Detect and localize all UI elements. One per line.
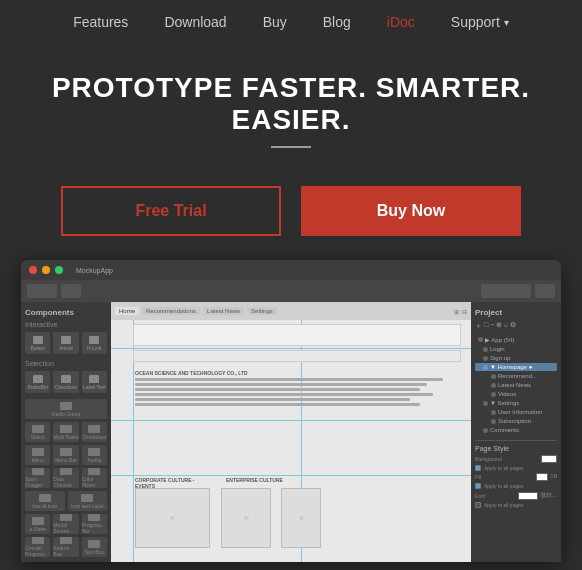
icon-label-icon bbox=[81, 494, 93, 502]
components-panel: Components Interactive Button Article H-… bbox=[21, 302, 111, 562]
nav-features[interactable]: Features bbox=[73, 14, 128, 30]
project-item-comments[interactable]: Comments bbox=[475, 426, 557, 434]
hlink-icon bbox=[89, 336, 99, 344]
project-dot-userinfo bbox=[491, 410, 496, 415]
component-search[interactable]: Search Box bbox=[53, 537, 78, 557]
component-slider[interactable]: a Slider bbox=[25, 514, 50, 534]
project-delete-icon[interactable]: − bbox=[490, 321, 494, 331]
maximize-dot bbox=[55, 266, 63, 274]
bg-apply-checkbox[interactable] bbox=[475, 465, 481, 471]
wf-company-block: OCEAN SCIENCE AND TECHNOLOGY CO., LTD bbox=[135, 370, 459, 408]
data-chooser-icon bbox=[60, 468, 72, 475]
toolbar-actions bbox=[535, 284, 555, 298]
select-icon bbox=[32, 425, 44, 433]
project-item-subscription[interactable]: Subscription bbox=[475, 417, 557, 425]
project-settings-icon[interactable]: ⚙ bbox=[510, 321, 516, 331]
component-hlink[interactable]: H-Link bbox=[82, 332, 107, 354]
project-item-userinfo[interactable]: User Information bbox=[475, 408, 557, 416]
nav-buy[interactable]: Buy bbox=[263, 14, 287, 30]
color-picker-icon bbox=[88, 468, 100, 475]
wf-image-2 bbox=[221, 488, 271, 548]
chevron-down-icon: ▾ bbox=[504, 17, 509, 28]
hero-section: PROTOTYPE FASTER. SMARTER. EASIER. bbox=[0, 44, 582, 186]
project-toolbar: ＋ □ − ⊕ ⌕ ⚙ bbox=[475, 321, 557, 331]
project-copy-icon[interactable]: ⊕ bbox=[496, 321, 502, 331]
canvas-content[interactable]: OCEAN SCIENCE AND TECHNOLOGY CO., LTD CO… bbox=[111, 320, 471, 562]
component-label[interactable]: Label Text bbox=[82, 371, 107, 393]
canvas-tab-news[interactable]: Latest News bbox=[203, 307, 244, 315]
component-menubar[interactable]: Menu Bar bbox=[53, 445, 78, 465]
component-menu[interactable]: Menu bbox=[25, 445, 50, 465]
component-modal[interactable]: Modal Screen bbox=[53, 514, 78, 534]
component-icons[interactable]: Icon & Icon bbox=[25, 491, 65, 511]
project-item-login[interactable]: Login bbox=[475, 345, 557, 353]
component-checkbox[interactable]: Checkbox bbox=[53, 371, 78, 393]
component-progress[interactable]: Progress Bar bbox=[82, 514, 107, 534]
nav-idoc[interactable]: iDoc bbox=[387, 14, 415, 30]
component-icon-label[interactable]: Icon and Label bbox=[68, 491, 108, 511]
bg-swatch[interactable] bbox=[541, 455, 557, 463]
nav-download[interactable]: Download bbox=[164, 14, 226, 30]
menubar-icon bbox=[60, 448, 72, 456]
project-item-signup[interactable]: Sign up bbox=[475, 354, 557, 362]
wf-image-1 bbox=[135, 488, 210, 548]
app-title: MockupApp bbox=[76, 267, 113, 274]
style-row-fill-apply: Apply to all pages bbox=[475, 483, 557, 489]
page-style-title: Page Style bbox=[475, 445, 557, 452]
project-item-videos[interactable]: Videos bbox=[475, 390, 557, 398]
component-color-picker[interactable]: Color Picker bbox=[82, 468, 107, 488]
nav-support[interactable]: Support ▾ bbox=[451, 14, 509, 30]
component-multiselect[interactable]: Multi Radio bbox=[53, 422, 78, 442]
component-select[interactable]: Select bbox=[25, 422, 50, 442]
project-item-homepage[interactable]: ▼ Homepage ● bbox=[475, 363, 557, 371]
app-toolbar bbox=[21, 280, 561, 302]
project-item-recommendations[interactable]: Recommend... bbox=[475, 372, 557, 380]
project-dot-comments bbox=[483, 428, 488, 433]
project-title: Project bbox=[475, 308, 557, 317]
component-sort[interactable]: Sort Box bbox=[82, 537, 107, 557]
component-circular[interactable]: Circular Progress bbox=[25, 537, 50, 557]
project-folder-icon[interactable]: □ bbox=[484, 321, 488, 331]
project-dot-videos bbox=[491, 392, 496, 397]
canvas-actions: ⊞ ⊟ bbox=[454, 308, 467, 315]
app-mockup: MockupApp Components Interactive Button … bbox=[21, 260, 561, 562]
project-dot-news bbox=[491, 383, 496, 388]
circular-icon bbox=[32, 537, 44, 544]
canvas-tab-recommendations[interactable]: Recommendations bbox=[142, 307, 200, 315]
component-tooltip[interactable]: Tooltip bbox=[82, 445, 107, 465]
component-article[interactable]: Article bbox=[53, 332, 78, 354]
project-add-icon[interactable]: ＋ bbox=[475, 321, 482, 331]
modal-icon bbox=[60, 514, 72, 521]
component-radiogroup[interactable]: Radio Group bbox=[25, 399, 107, 419]
font-swatch[interactable] bbox=[518, 492, 538, 500]
autocomplete-icon bbox=[88, 425, 100, 433]
project-item-latestnews[interactable]: Latest News bbox=[475, 381, 557, 389]
fill-apply-checkbox[interactable] bbox=[475, 483, 481, 489]
free-trial-button[interactable]: Free Trial bbox=[61, 186, 281, 236]
project-item-settings[interactable]: ▼ Settings bbox=[475, 399, 557, 407]
buy-now-button[interactable]: Buy Now bbox=[301, 186, 521, 236]
panel-row-2: Select Multi Radio Combobox bbox=[25, 422, 107, 442]
nav-blog[interactable]: Blog bbox=[323, 14, 351, 30]
project-search-icon[interactable]: ⌕ bbox=[504, 321, 508, 331]
close-dot bbox=[29, 266, 37, 274]
component-span-drag[interactable]: Span Dragger bbox=[25, 468, 50, 488]
project-dot-homepage bbox=[483, 365, 488, 370]
menu-icon bbox=[32, 448, 44, 456]
fill-swatch[interactable] bbox=[536, 473, 548, 481]
component-button[interactable]: Button bbox=[25, 332, 50, 354]
canvas-tab-home[interactable]: Home bbox=[115, 307, 139, 315]
app-body: Components Interactive Button Article H-… bbox=[21, 302, 561, 562]
component-radiobutton[interactable]: RadioBtn bbox=[25, 371, 50, 393]
canvas-tab-settings[interactable]: Settings bbox=[247, 307, 277, 315]
components-title: Components bbox=[25, 308, 107, 317]
project-item-app[interactable]: ▶ App (54) bbox=[475, 335, 557, 344]
wf-image-3 bbox=[281, 488, 321, 548]
component-data-chooser[interactable]: Data Chooser bbox=[53, 468, 78, 488]
panel-row-6: a Slider Modal Screen Progress Bar bbox=[25, 514, 107, 534]
component-autocomplete[interactable]: Combobox bbox=[82, 422, 107, 442]
checkbox-icon bbox=[61, 375, 71, 383]
font-apply-checkbox[interactable] bbox=[475, 502, 481, 508]
canvas-tabs: Home Recommendations Latest News Setting… bbox=[115, 307, 277, 315]
project-dot-recs bbox=[491, 374, 496, 379]
